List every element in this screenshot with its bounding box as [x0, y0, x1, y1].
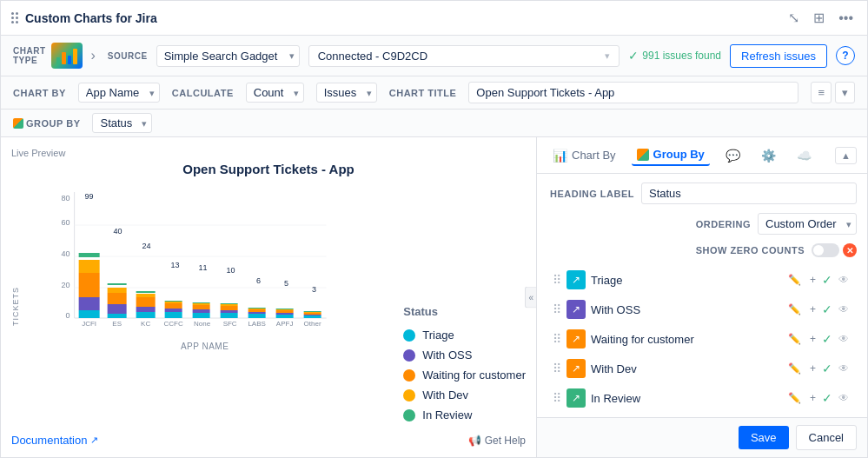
legend-label-triage: Triage: [422, 329, 454, 342]
edit-triage-button[interactable]: ✏️: [785, 272, 804, 288]
svg-rect-20: [108, 293, 127, 304]
hide-in-review-button[interactable]: 👁: [836, 390, 851, 406]
issues-select[interactable]: Issues: [316, 83, 377, 103]
drag-handle-waiting[interactable]: [553, 332, 561, 346]
connected-value: Connected - C9D2CD: [318, 50, 427, 63]
cancel-button[interactable]: Cancel: [796, 425, 857, 450]
svg-rect-36: [165, 312, 182, 318]
count-select[interactable]: Count: [246, 83, 304, 103]
toggle-close-icon[interactable]: ✕: [843, 243, 857, 257]
right-panel-content: HEADING LABEL ORDERING Custom Order SHOW…: [537, 174, 867, 417]
ordering-select[interactable]: Custom Order: [758, 213, 857, 235]
group-by-tab-icon: [637, 149, 649, 161]
svg-text:40: 40: [114, 227, 123, 236]
main-content: Live Preview Open Support Tickets - App …: [1, 137, 867, 457]
svg-rect-46: [221, 303, 238, 304]
svg-text:80: 80: [62, 194, 70, 202]
check-icon: ✓: [628, 49, 639, 63]
hide-triage-button[interactable]: 👁: [836, 272, 851, 288]
tab-chart-by[interactable]: 📊 Chart By: [547, 145, 621, 166]
visible-with-oss-icon: ✓: [822, 302, 832, 316]
app-header: Custom Charts for Jira ⤡ ⊞ •••: [1, 1, 867, 36]
group-by-color-icon: [13, 118, 23, 129]
hide-waiting-button[interactable]: 👁: [836, 331, 851, 347]
svg-rect-57: [248, 314, 266, 318]
get-help-block[interactable]: 📢 Get Help: [468, 435, 526, 447]
status-color-waiting: ↗: [567, 329, 586, 348]
issues-found: ✓ 991 issues found: [628, 49, 721, 63]
visible-with-dev-icon: ✓: [822, 362, 832, 375]
collapse-panel-button[interactable]: «: [525, 287, 536, 309]
chart-title-label: CHART TITLE: [389, 88, 457, 98]
group-by-tab-label: Group By: [653, 148, 705, 161]
more-icon[interactable]: •••: [835, 9, 857, 28]
status-color-triage: ↗: [567, 270, 586, 289]
edit-with-oss-button[interactable]: ✏️: [785, 302, 804, 317]
add-with-dev-button[interactable]: +: [807, 361, 818, 376]
svg-rect-19: [108, 288, 127, 293]
title-align-icon[interactable]: ≡: [811, 82, 832, 103]
drag-handle-with-oss[interactable]: [553, 302, 561, 316]
add-triage-button[interactable]: +: [807, 272, 818, 288]
grid-icon[interactable]: ⊞: [810, 8, 828, 28]
chart-by-select[interactable]: App Name: [78, 83, 160, 103]
drag-handle[interactable]: [11, 12, 18, 23]
legend-dot-with-oss: [403, 349, 415, 362]
header-right: ⤡ ⊞ •••: [785, 8, 857, 28]
status-item-waiting: ↗ Waiting for customer ✏️ + ✓ 👁: [547, 325, 857, 353]
add-waiting-button[interactable]: +: [807, 331, 818, 347]
heading-label-label: HEADING LABEL: [547, 189, 634, 199]
svg-rect-56: [248, 312, 266, 314]
svg-text:11: 11: [199, 263, 208, 272]
status-color-in-review: ↗: [567, 388, 586, 408]
svg-rect-60: [276, 309, 294, 309]
chart-title-input[interactable]: [468, 82, 798, 103]
toggle-switch[interactable]: [812, 243, 839, 257]
add-in-review-button[interactable]: +: [807, 390, 818, 406]
right-panel-collapse-button[interactable]: ▲: [835, 147, 857, 164]
tab-cloud[interactable]: ☁️: [792, 145, 817, 166]
drag-handle-in-review[interactable]: [553, 391, 561, 405]
chart-by-tab-icon: 📊: [553, 149, 567, 163]
source-select[interactable]: Simple Search Gadget: [156, 45, 300, 67]
chart-type-arrow[interactable]: ›: [88, 46, 99, 65]
drag-handle-triage[interactable]: [553, 273, 561, 287]
chart-type-icon[interactable]: [51, 43, 83, 69]
bar-chart-svg: 0 20 40 60 80 99: [23, 183, 386, 340]
chart-by-label: CHART BY: [13, 88, 66, 98]
status-icon-with-oss: ↗: [572, 303, 580, 315]
right-panel-tabs: 📊 Chart By Group By 💬 ⚙️ ☁️ ▲: [537, 137, 867, 174]
tab-message[interactable]: 💬: [720, 145, 745, 166]
help-button[interactable]: ?: [836, 46, 855, 65]
hide-with-oss-button[interactable]: 👁: [836, 302, 851, 317]
svg-rect-32: [165, 301, 182, 302]
heading-label-input[interactable]: [641, 183, 857, 204]
tab-settings[interactable]: ⚙️: [756, 145, 781, 166]
svg-rect-42: [193, 309, 210, 313]
svg-rect-50: [221, 313, 238, 318]
minimize-icon[interactable]: ⤡: [785, 8, 803, 28]
ordering-select-wrapper: Custom Order: [758, 213, 857, 235]
save-button[interactable]: Save: [739, 426, 789, 449]
edit-with-dev-button[interactable]: ✏️: [785, 361, 804, 376]
drag-handle-with-dev[interactable]: [553, 362, 561, 375]
megaphone-icon: 📢: [468, 435, 481, 447]
svg-rect-70: [304, 315, 321, 315]
hide-with-dev-button[interactable]: 👁: [836, 361, 851, 376]
tab-group-by[interactable]: Group By: [632, 144, 710, 166]
edit-waiting-button[interactable]: ✏️: [785, 331, 804, 347]
documentation-link[interactable]: Documentation ↗: [11, 434, 98, 447]
edit-in-review-button[interactable]: ✏️: [785, 390, 804, 406]
add-with-oss-button[interactable]: +: [807, 302, 818, 317]
svg-rect-15: [79, 310, 100, 318]
zero-counts-toggle[interactable]: ✕: [812, 243, 857, 257]
status-icon-with-dev: ↗: [572, 362, 580, 375]
refresh-issues-button[interactable]: Refresh issues: [730, 44, 827, 68]
svg-text:20: 20: [62, 281, 70, 289]
title-chevron-icon[interactable]: ▾: [835, 82, 855, 103]
connected-dropdown-arrow[interactable]: ▾: [605, 50, 610, 62]
legend-dot-with-dev: [403, 389, 415, 402]
status-name-with-oss: With OSS: [591, 303, 780, 316]
group-by-select[interactable]: Status: [92, 113, 152, 133]
connected-box: Connected - C9D2CD ▾: [308, 45, 620, 67]
